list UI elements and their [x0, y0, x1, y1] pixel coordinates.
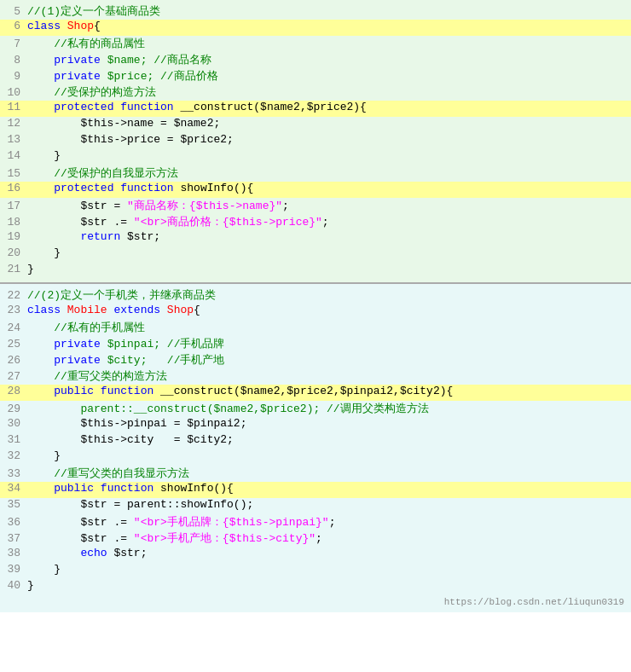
line-content: return $str; — [27, 230, 628, 243]
token: Shop — [167, 304, 194, 316]
token: $str .= — [27, 216, 134, 229]
line-number: 14 — [3, 149, 27, 162]
code-line-36: 36 $str .= "<br>手机品牌：{$this->pinpai}"; — [0, 514, 631, 530]
code-line-31: 31 $this->city = $city2; — [0, 433, 631, 449]
code-line-8: 8 private $name; //商品名称 — [0, 52, 631, 68]
token — [94, 482, 101, 495]
line-content: $this->price = $price2; — [27, 133, 628, 146]
token — [27, 182, 54, 194]
token: class — [27, 304, 67, 316]
line-number: 28 — [3, 385, 27, 397]
code-line-35: 35 $str = parent::showInfo(); — [0, 498, 631, 514]
line-content: class Shop{ — [27, 20, 628, 32]
token: } — [27, 263, 34, 275]
token — [27, 54, 54, 67]
line-content: //私有的商品属性 — [27, 36, 628, 51]
token: $str .= — [27, 516, 134, 529]
line-content: //重写父类的自我显示方法 — [27, 466, 628, 481]
code-line-23: 23class Mobile extends Shop{ — [0, 304, 631, 320]
token: function — [120, 182, 173, 194]
line-number: 35 — [3, 498, 27, 511]
token — [27, 338, 54, 350]
token: //重写父类的构造方法 — [27, 370, 167, 383]
token: showInfo(){ — [174, 182, 254, 194]
line-number: 17 — [3, 200, 27, 212]
code-line-38: 38 echo $str; — [0, 547, 631, 563]
watermark: https://blog.csdn.net/liuqun0319 — [0, 595, 631, 609]
token: } — [27, 563, 61, 576]
token: $this->name = $name2; — [27, 117, 220, 130]
line-number: 36 — [3, 516, 27, 529]
line-number: 20 — [3, 246, 27, 259]
line-content: //重写父类的构造方法 — [27, 368, 628, 384]
line-number: 11 — [3, 101, 27, 113]
code-line-10: 10 //受保护的构造方法 — [0, 84, 631, 101]
token: __construct($name2,$price2,$pinpai2,$cit… — [153, 385, 453, 397]
line-number: 13 — [3, 133, 27, 146]
token: $str = — [27, 200, 127, 212]
token: $str; — [107, 547, 148, 559]
code-line-21: 21} — [0, 263, 631, 279]
token: //(1)定义一个基础商品类 — [27, 5, 160, 18]
token: $name; //商品名称 — [101, 54, 211, 67]
code-line-22: 22//(2)定义一个手机类，并继承商品类 — [0, 287, 631, 304]
code-line-25: 25 private $pinpai; //手机品牌 — [0, 336, 631, 352]
code-line-32: 32 } — [0, 449, 631, 466]
line-content: private $city; //手机产地 — [27, 352, 628, 368]
code-line-9: 9 private $price; //商品价格 — [0, 68, 631, 84]
line-number: 39 — [3, 563, 27, 576]
token — [27, 385, 54, 397]
line-content: class Mobile extends Shop{ — [27, 304, 628, 316]
token: $price; //商品价格 — [101, 70, 218, 83]
token: $str .= — [27, 532, 134, 545]
line-content: $this->pinpai = $pinpai2; — [27, 417, 628, 430]
token: showInfo(){ — [153, 482, 234, 495]
line-content: //受保护的自我显示方法 — [27, 165, 628, 181]
line-content: public function __construct($name2,$pric… — [27, 385, 628, 397]
line-number: 6 — [3, 20, 27, 32]
code-line-13: 13 $this->price = $price2; — [0, 133, 631, 149]
token: public — [54, 385, 94, 397]
token: Mobile — [67, 304, 107, 316]
token: function — [101, 482, 153, 495]
line-content: //私有的手机属性 — [27, 320, 628, 335]
token: return — [80, 230, 120, 243]
line-content: //受保护的构造方法 — [27, 84, 628, 100]
line-content: protected function __construct($name2,$p… — [27, 101, 628, 113]
line-content: $str = parent::showInfo(); — [27, 498, 628, 511]
token: function — [120, 101, 173, 113]
line-number: 30 — [3, 417, 27, 430]
token — [94, 385, 101, 397]
token: function — [101, 385, 153, 397]
token: "<br>手机产地：{$this->city}" — [134, 532, 316, 545]
line-number: 33 — [3, 467, 27, 480]
token: { — [94, 20, 101, 32]
token: ; — [316, 532, 322, 545]
line-content: } — [27, 263, 628, 275]
line-content: //(1)定义一个基础商品类 — [27, 3, 628, 19]
line-content: echo $str; — [27, 547, 628, 559]
code-line-39: 39 } — [0, 563, 631, 579]
line-number: 8 — [3, 54, 27, 67]
line-number: 40 — [3, 579, 27, 592]
token: private — [54, 70, 101, 83]
code-editor: 5//(1)定义一个基础商品类6class Shop{7 //私有的商品属性8 … — [0, 0, 631, 612]
token: "<br>商品价格：{$this->price}" — [134, 216, 322, 229]
line-number: 34 — [3, 482, 27, 495]
token: //重写父类的自我显示方法 — [27, 467, 189, 480]
line-number: 38 — [3, 547, 27, 559]
token: //(2)定义一个手机类，并继承商品类 — [27, 289, 216, 302]
line-content: } — [27, 579, 628, 592]
line-content: } — [27, 563, 628, 576]
token: //受保护的构造方法 — [27, 86, 156, 99]
line-content: } — [27, 149, 628, 162]
token: public — [54, 482, 94, 495]
line-number: 32 — [3, 449, 27, 462]
line-number: 9 — [3, 70, 27, 83]
line-content: } — [27, 246, 628, 259]
token: } — [27, 246, 61, 259]
code-line-20: 20 } — [0, 246, 631, 263]
code-block-block1: 5//(1)定义一个基础商品类6class Shop{7 //私有的商品属性8 … — [0, 0, 631, 284]
code-line-34: 34 public function showInfo(){ — [0, 482, 631, 498]
token: echo — [80, 547, 107, 559]
